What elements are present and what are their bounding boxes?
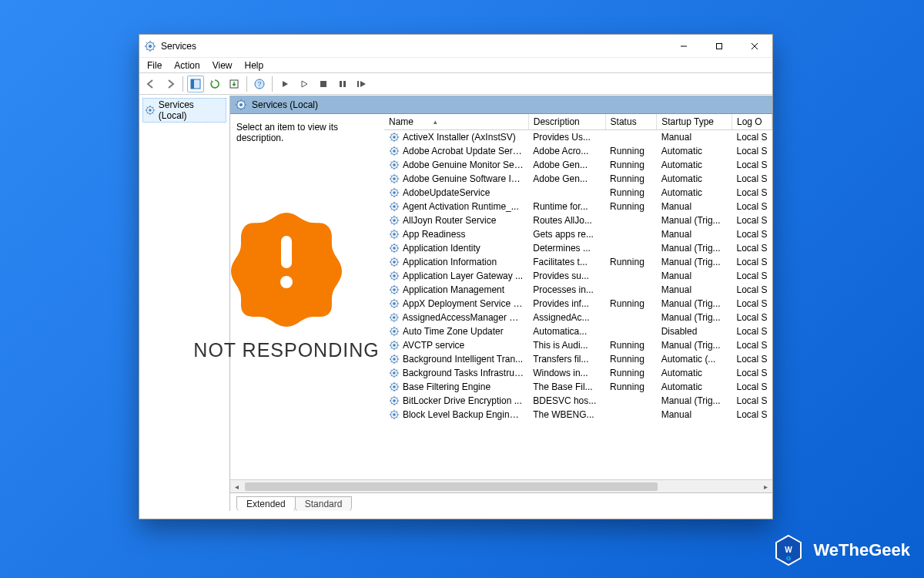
table-row[interactable]: AVCTP serviceThis is Audi...RunningManua…: [384, 338, 772, 352]
column-header-status[interactable]: Status: [605, 114, 657, 130]
play-icon: [280, 79, 290, 89]
cell-status: [605, 408, 657, 422]
titlebar[interactable]: Services: [139, 35, 772, 58]
cell-status: Running: [605, 366, 657, 380]
table-row[interactable]: Auto Time Zone UpdaterAutomatica...Disab…: [384, 324, 772, 338]
table-row[interactable]: AllJoyn Router ServiceRoutes AllJo...Man…: [384, 213, 772, 227]
pane-header-title: Services (Local): [252, 99, 318, 110]
stop-service-button[interactable]: [315, 76, 332, 92]
scroll-thumb[interactable]: [245, 482, 658, 491]
cell-logon: Local S: [732, 213, 772, 227]
minimize-button[interactable]: [666, 35, 701, 57]
arrow-left-icon: [146, 79, 156, 89]
cell-logon: Local S: [732, 324, 772, 338]
column-header-description[interactable]: Description: [528, 114, 605, 130]
export-list-button[interactable]: [226, 76, 243, 92]
table-row[interactable]: Application InformationFacilitates t...R…: [384, 255, 772, 269]
table-row[interactable]: Application Layer Gateway ...Provides su…: [384, 269, 772, 283]
tree-item-label: Services (Local): [159, 99, 224, 121]
cell-name: Adobe Acrobat Update Serv...: [403, 146, 524, 156]
table-row[interactable]: Adobe Acrobat Update Serv...Adobe Acro..…: [384, 144, 772, 158]
tab-standard[interactable]: Standard: [295, 496, 353, 511]
gear-icon: [389, 354, 400, 365]
cell-logon: Local S: [732, 255, 772, 269]
close-button[interactable]: [737, 35, 772, 57]
cell-startup: Automatic (...: [657, 352, 732, 366]
view-tabs: Extended Standard: [230, 492, 772, 511]
cell-status: [605, 130, 657, 145]
cell-startup: Manual: [657, 283, 732, 297]
gear-icon: [389, 201, 400, 212]
cell-description: Provides inf...: [528, 297, 605, 311]
table-row[interactable]: App ReadinessGets apps re...ManualLocal …: [384, 227, 772, 241]
scroll-left-button[interactable]: ◂: [230, 482, 243, 491]
svg-rect-11: [717, 43, 722, 49]
cell-status: Running: [605, 158, 657, 172]
maximize-button[interactable]: [701, 35, 737, 57]
services-grid[interactable]: Name Description Status Startup Type Log…: [384, 114, 772, 479]
arrow-right-icon: [165, 79, 176, 89]
table-row[interactable]: Background Intelligent Tran...Transfers …: [384, 352, 772, 366]
restart-service-button[interactable]: [353, 76, 370, 92]
pause-icon: [338, 79, 347, 89]
table-row[interactable]: Application ManagementProcesses in...Man…: [384, 283, 772, 297]
nav-forward-button[interactable]: [162, 76, 179, 92]
table-row[interactable]: Background Tasks Infrastruc...Windows in…: [384, 366, 772, 380]
scroll-right-button[interactable]: ▸: [759, 482, 772, 491]
start-service-button[interactable]: [276, 76, 293, 92]
services-window: Services File Action View Help ?: [139, 34, 773, 519]
nav-back-button[interactable]: [142, 76, 159, 92]
table-row[interactable]: AdobeUpdateServiceRunningAutomaticLocal …: [384, 186, 772, 200]
table-row[interactable]: Base Filtering EngineThe Base Fil...Runn…: [384, 380, 772, 394]
svg-rect-15: [191, 79, 194, 89]
cell-description: Adobe Gen...: [528, 172, 605, 186]
cell-logon: Local S: [732, 227, 772, 241]
cell-name: Background Tasks Infrastruc...: [403, 368, 524, 378]
help-button[interactable]: ?: [251, 76, 268, 92]
column-header-name[interactable]: Name: [384, 114, 528, 130]
column-header-startup[interactable]: Startup Type: [657, 114, 732, 130]
tab-extended[interactable]: Extended: [236, 496, 296, 511]
cell-name: Agent Activation Runtime_...: [403, 201, 519, 212]
help-icon: ?: [254, 79, 265, 89]
toolbar-separator: [182, 76, 183, 92]
menu-help[interactable]: Help: [243, 59, 266, 72]
menu-view[interactable]: View: [211, 59, 234, 72]
cell-name: AllJoyn Router Service: [403, 215, 496, 226]
cell-name: Application Layer Gateway ...: [403, 271, 523, 281]
show-hide-tree-button[interactable]: [187, 76, 204, 92]
table-row[interactable]: BitLocker Drive Encryption ...BDESVC hos…: [384, 394, 772, 408]
table-row[interactable]: Adobe Genuine Monitor Ser...Adobe Gen...…: [384, 158, 772, 172]
cell-status: Running: [605, 297, 657, 311]
services-app-icon: [144, 40, 156, 52]
table-row[interactable]: Application IdentityDetermines ...Manual…: [384, 241, 772, 255]
console-tree[interactable]: Services (Local): [139, 96, 230, 511]
cell-startup: Manual: [657, 408, 732, 422]
cell-startup: Automatic: [657, 366, 732, 380]
start-service-button-2[interactable]: [296, 76, 313, 92]
menu-action[interactable]: Action: [172, 59, 201, 72]
table-row[interactable]: AppX Deployment Service (...Provides inf…: [384, 297, 772, 311]
cell-name: Adobe Genuine Monitor Ser...: [403, 160, 524, 170]
cell-startup: Manual (Trig...: [657, 213, 732, 227]
cell-name: Application Information: [403, 257, 497, 267]
refresh-button[interactable]: [206, 76, 223, 92]
menu-file[interactable]: File: [146, 59, 163, 72]
table-row[interactable]: Agent Activation Runtime_...Runtime for.…: [384, 200, 772, 213]
menubar: File Action View Help: [139, 58, 772, 73]
table-row[interactable]: ActiveX Installer (AxInstSV)Provides Us.…: [384, 130, 772, 145]
cell-status: Running: [605, 380, 657, 394]
table-row[interactable]: Block Level Backup Engine ...The WBENG..…: [384, 408, 772, 422]
table-row[interactable]: AssignedAccessManager Se...AssignedAc...…: [384, 311, 772, 324]
panel-icon: [190, 79, 201, 89]
pause-service-button[interactable]: [334, 76, 351, 92]
table-row[interactable]: Adobe Genuine Software In...Adobe Gen...…: [384, 172, 772, 186]
tree-item-services-local[interactable]: Services (Local): [142, 98, 226, 123]
scroll-track[interactable]: [243, 480, 759, 492]
cell-startup: Manual (Trig...: [657, 297, 732, 311]
cell-description: Processes in...: [528, 283, 605, 297]
cell-startup: Manual: [657, 200, 732, 213]
cell-description: [528, 186, 605, 200]
horizontal-scrollbar[interactable]: ◂ ▸: [230, 479, 772, 492]
column-header-logon[interactable]: Log O: [732, 114, 772, 130]
